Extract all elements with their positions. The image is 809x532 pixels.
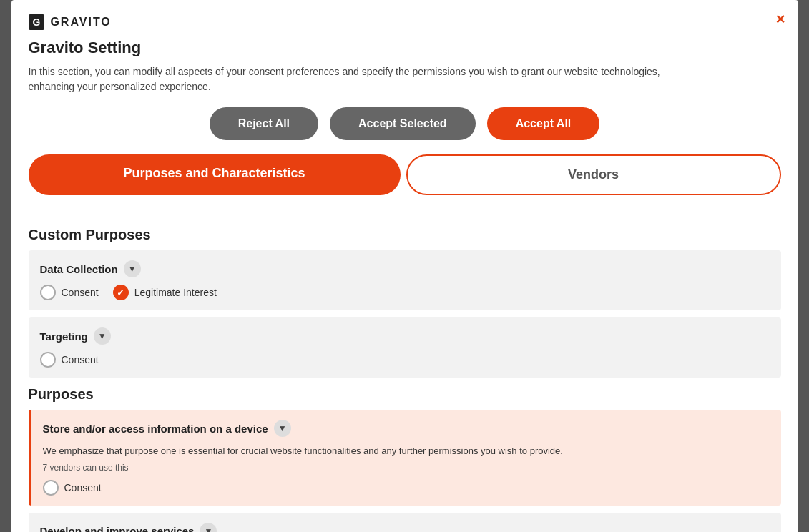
chevron-data-collection[interactable]: ▼ (124, 260, 141, 277)
option-consent-targeting: Consent (40, 352, 99, 368)
tab-purposes[interactable]: Purposes and Characteristics (29, 154, 401, 195)
card-header-data-collection: Data Collection ▼ (40, 260, 770, 277)
logo-text: GRAVITO (50, 16, 111, 29)
radio-consent-targeting[interactable] (40, 352, 56, 368)
modal-description: In this section, you can modify all aspe… (29, 64, 672, 94)
action-buttons: Reject All Accept Selected Accept All (29, 107, 781, 140)
legitimate-label-data-collection: Legitimate Interest (134, 287, 217, 298)
option-consent-data-collection: Consent (40, 285, 99, 300)
consent-label-store-access: Consent (64, 482, 102, 493)
card-header-develop-improve: Develop and improve services ▼ (40, 523, 770, 533)
card-description-store-access: We emphasize that purpose one is essenti… (43, 444, 770, 458)
card-title-develop-improve: Develop and improve services (40, 525, 195, 532)
custom-purposes-title: Custom Purposes (29, 227, 781, 243)
modal-header: G GRAVITO × Gravito Setting In this sect… (11, 0, 798, 218)
chevron-targeting[interactable]: ▼ (94, 327, 111, 345)
card-title-data-collection: Data Collection (40, 263, 118, 275)
card-title-targeting: Targeting (40, 330, 88, 343)
vendors-count-store-access: 7 vendors can use this (43, 463, 770, 473)
radio-legitimate-data-collection[interactable] (113, 285, 129, 300)
consent-label-data-collection: Consent (62, 287, 99, 298)
options-targeting: Consent (40, 352, 770, 368)
tabs-container: Purposes and Characteristics Vendors (29, 154, 781, 195)
purpose-card-store-access: Store and/or access information on a dev… (29, 410, 781, 506)
chevron-develop-improve[interactable]: ▼ (200, 523, 217, 533)
card-header-targeting: Targeting ▼ (40, 327, 770, 345)
card-title-store-access: Store and/or access information on a dev… (43, 423, 268, 435)
options-store-access: Consent (43, 480, 770, 496)
consent-label-targeting: Consent (62, 354, 99, 365)
modal-body: Custom Purposes Data Collection ▼ Consen… (11, 218, 798, 532)
close-button[interactable]: × (776, 10, 785, 29)
custom-purpose-card-data-collection: Data Collection ▼ Consent Legitimate Int… (29, 250, 781, 310)
accept-all-button[interactable]: Accept All (487, 107, 600, 140)
accept-selected-button[interactable]: Accept Selected (330, 107, 476, 140)
options-data-collection: Consent Legitimate Interest (40, 285, 770, 300)
logo-area: G GRAVITO (29, 14, 781, 30)
modal-title: Gravito Setting (29, 39, 781, 57)
purpose-card-develop-improve: Develop and improve services ▼ (29, 513, 781, 533)
option-consent-store-access: Consent (43, 480, 102, 496)
logo-box: G (29, 14, 45, 30)
custom-purpose-card-targeting: Targeting ▼ Consent (29, 317, 781, 378)
card-header-store-access: Store and/or access information on a dev… (43, 420, 770, 437)
option-legitimate-data-collection: Legitimate Interest (113, 285, 217, 300)
chevron-store-access[interactable]: ▼ (274, 420, 291, 437)
tab-vendors[interactable]: Vendors (406, 154, 781, 195)
reject-all-button[interactable]: Reject All (210, 107, 318, 140)
purposes-title: Purposes (29, 386, 781, 403)
radio-consent-store-access[interactable] (43, 480, 59, 496)
radio-consent-data-collection[interactable] (40, 285, 56, 300)
consent-modal: G GRAVITO × Gravito Setting In this sect… (11, 0, 798, 532)
